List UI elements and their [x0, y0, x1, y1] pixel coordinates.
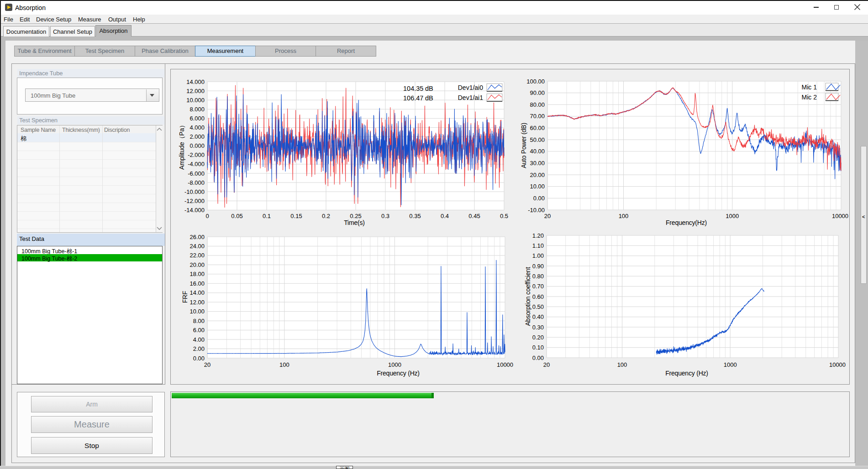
svg-text:10.00: 10.00 — [189, 308, 205, 315]
svg-text:12.00: 12.00 — [189, 299, 205, 306]
svg-text:0.05: 0.05 — [231, 213, 242, 219]
svg-text:20.00: 20.00 — [530, 172, 545, 178]
svg-text:0.00: 0.00 — [533, 195, 545, 202]
svg-text:0.80: 0.80 — [532, 273, 544, 280]
svg-text:20: 20 — [204, 361, 210, 368]
svg-text:0.35: 0.35 — [409, 213, 421, 219]
svg-text:0.10: 0.10 — [532, 344, 544, 351]
svg-text:0.4: 0.4 — [441, 213, 449, 219]
svg-text:6.00: 6.00 — [193, 327, 205, 334]
svg-text:Auto Power (dB): Auto Power (dB) — [520, 123, 527, 168]
svg-text:104.35: 104.35 — [403, 85, 423, 92]
svg-text:-6.000: -6.000 — [188, 170, 205, 177]
svg-text:Frequency(Hz): Frequency(Hz) — [666, 219, 707, 226]
svg-text:12.000: 12.000 — [186, 88, 205, 94]
svg-text:0.20: 0.20 — [532, 334, 544, 341]
svg-text:-2.000: -2.000 — [188, 151, 205, 158]
svg-text:0.2: 0.2 — [322, 213, 330, 219]
svg-text:10.00: 10.00 — [530, 183, 545, 190]
svg-text:10.000: 10.000 — [186, 97, 205, 104]
svg-text:0.90: 0.90 — [532, 263, 544, 270]
svg-text:0.60: 0.60 — [532, 293, 544, 300]
svg-text:Mic 2: Mic 2 — [802, 94, 817, 101]
svg-text:4.000: 4.000 — [189, 124, 205, 131]
svg-text:90.00: 90.00 — [530, 89, 545, 96]
svg-text:40.00: 40.00 — [530, 148, 545, 155]
svg-text:2.00: 2.00 — [193, 345, 205, 352]
svg-text:0.30: 0.30 — [532, 324, 544, 331]
svg-text:1000: 1000 — [388, 361, 401, 368]
svg-text:80.00: 80.00 — [530, 101, 545, 108]
svg-text:0.70: 0.70 — [532, 283, 544, 290]
svg-text:100: 100 — [619, 213, 629, 219]
svg-text:-14.000: -14.000 — [184, 207, 205, 214]
svg-text:dB: dB — [425, 94, 433, 102]
svg-text:1.00: 1.00 — [532, 252, 544, 259]
svg-text:0.000: 0.000 — [189, 142, 205, 149]
svg-text:Frequency (Hz): Frequency (Hz) — [665, 370, 708, 377]
svg-text:-8.000: -8.000 — [188, 179, 205, 186]
svg-text:1000: 1000 — [726, 213, 739, 219]
svg-text:1.10: 1.10 — [532, 242, 544, 249]
svg-text:14.00: 14.00 — [189, 289, 205, 296]
svg-text:20.00: 20.00 — [189, 261, 205, 268]
svg-text:4.00: 4.00 — [193, 336, 205, 343]
svg-text:-4.000: -4.000 — [188, 161, 205, 167]
svg-text:26.00: 26.00 — [189, 234, 205, 240]
svg-text:50.00: 50.00 — [530, 136, 545, 143]
svg-text:10000: 10000 — [832, 213, 848, 219]
svg-text:0.00: 0.00 — [193, 355, 205, 362]
svg-text:FRF: FRF — [181, 291, 189, 303]
svg-text:Frequency (Hz): Frequency (Hz) — [377, 370, 420, 377]
svg-text:0.5: 0.5 — [500, 213, 508, 219]
svg-text:70.00: 70.00 — [530, 113, 545, 120]
svg-text:0.15: 0.15 — [290, 213, 302, 219]
svg-text:0: 0 — [205, 213, 209, 219]
svg-text:100.00: 100.00 — [526, 78, 545, 85]
svg-text:0.3: 0.3 — [381, 213, 389, 219]
svg-text:0.1: 0.1 — [263, 213, 271, 219]
svg-text:20: 20 — [544, 213, 551, 219]
svg-text:100: 100 — [279, 361, 289, 368]
svg-text:Absorption coefficient: Absorption coefficient — [524, 267, 531, 326]
svg-text:20: 20 — [543, 361, 550, 368]
svg-text:10000: 10000 — [829, 361, 846, 368]
svg-text:-10.00: -10.00 — [528, 207, 545, 214]
svg-text:0.45: 0.45 — [468, 213, 480, 219]
svg-text:8.00: 8.00 — [193, 318, 205, 324]
svg-text:1000: 1000 — [724, 361, 737, 368]
svg-text:24.00: 24.00 — [189, 243, 205, 250]
svg-text:22.00: 22.00 — [189, 252, 205, 259]
svg-text:Time(s): Time(s) — [344, 219, 365, 226]
svg-text:-10.000: -10.000 — [184, 188, 205, 195]
svg-text:Mic 1: Mic 1 — [802, 83, 817, 91]
svg-text:0.00: 0.00 — [532, 354, 544, 361]
svg-text:10000: 10000 — [497, 361, 513, 368]
svg-text:8.000: 8.000 — [189, 106, 205, 113]
svg-text:18.00: 18.00 — [189, 271, 205, 277]
svg-text:106.47: 106.47 — [403, 94, 423, 102]
svg-text:0.50: 0.50 — [532, 303, 544, 310]
svg-text:-12.000: -12.000 — [184, 198, 205, 204]
svg-text:Dev1/ai1: Dev1/ai1 — [458, 94, 483, 101]
svg-text:Amplitude（Pa）: Amplitude（Pa） — [178, 122, 185, 170]
svg-text:100: 100 — [617, 361, 627, 368]
svg-text:16.00: 16.00 — [189, 280, 205, 287]
svg-text:Dev1/ai0: Dev1/ai0 — [458, 84, 483, 91]
svg-text:1.20: 1.20 — [532, 232, 544, 239]
svg-text:60.00: 60.00 — [530, 125, 545, 131]
svg-text:dB: dB — [425, 85, 433, 92]
svg-text:14.000: 14.000 — [186, 78, 205, 85]
svg-text:2.000: 2.000 — [189, 133, 205, 140]
svg-text:6.000: 6.000 — [189, 115, 205, 122]
svg-text:30.00: 30.00 — [530, 160, 545, 167]
svg-text:0.40: 0.40 — [532, 313, 544, 320]
